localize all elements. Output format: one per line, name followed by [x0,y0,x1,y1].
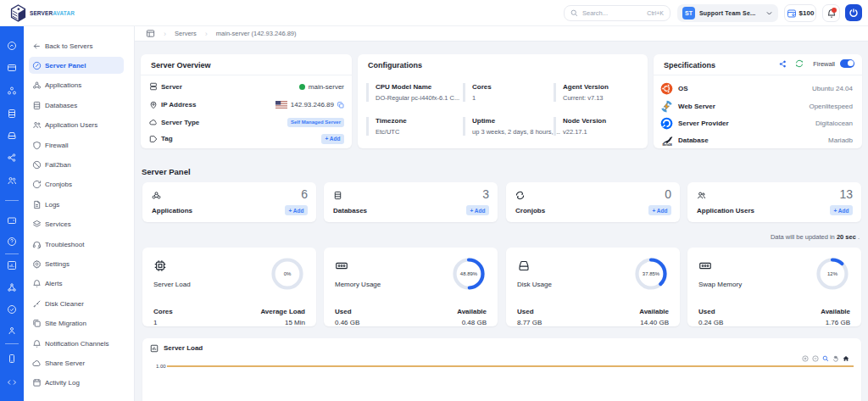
svg-text:MariaDB: MariaDB [663,143,672,147]
